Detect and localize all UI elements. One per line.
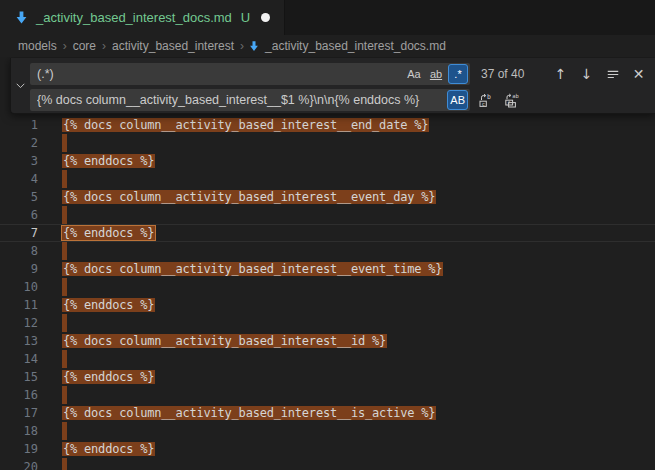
previous-match-button[interactable]: ↑ [550, 64, 571, 85]
line-number: 13 [0, 332, 38, 350]
match-case-button[interactable]: Aa [404, 64, 424, 84]
regex-button[interactable]: .* [448, 64, 468, 84]
line-content [62, 422, 67, 440]
next-match-button[interactable]: ↓ [576, 64, 597, 85]
code-line[interactable]: 13{% docs column__activity_based_interes… [0, 332, 655, 350]
line-number: 16 [0, 386, 38, 404]
svg-text:c: c [507, 100, 510, 105]
code-line[interactable]: 8 [0, 242, 655, 260]
code-line[interactable]: 16 [0, 386, 655, 404]
line-number: 20 [0, 458, 38, 470]
breadcrumb-separator: › [102, 39, 106, 53]
line-content: {% enddocs %} [62, 224, 155, 242]
breadcrumb: models › core › activity_based_interest … [0, 35, 655, 57]
svg-text:ab: ab [512, 93, 519, 99]
find-row: (.*) Aa ab .* 37 of 40 ↑ ↓ [30, 63, 649, 85]
breadcrumb-separator: › [240, 39, 244, 53]
editor-tab[interactable]: _activity_based_interest_docs.md U [0, 0, 285, 35]
code-line[interactable]: 6 [0, 206, 655, 224]
replace-row: {% docs column__activity_based_interest_… [30, 89, 649, 111]
close-find-button[interactable]: ✕ [628, 64, 649, 85]
replace-input[interactable]: {% docs column__activity_based_interest_… [30, 89, 470, 111]
tab-bar: _activity_based_interest_docs.md U [0, 0, 655, 35]
find-match-strip [62, 422, 67, 440]
find-match-strip [62, 170, 67, 188]
breadcrumb-item-models[interactable]: models [18, 39, 57, 53]
code-line[interactable]: 2 [0, 134, 655, 152]
find-match-strip [62, 386, 67, 404]
breadcrumb-item-core[interactable]: core [73, 39, 96, 53]
code-line[interactable]: 4 [0, 170, 655, 188]
find-match: {% docs column__activity_based_interest_… [62, 262, 443, 276]
find-input[interactable]: (.*) Aa ab .* [30, 63, 470, 85]
line-number: 12 [0, 314, 38, 332]
find-in-selection-button[interactable] [602, 64, 623, 85]
line-number: 11 [0, 296, 38, 314]
preserve-case-button[interactable]: AB [447, 90, 468, 110]
code-line[interactable]: 3{% enddocs %} [0, 152, 655, 170]
line-content: {% docs column__activity_based_interest_… [62, 188, 436, 206]
line-content: {% enddocs %} [62, 152, 155, 170]
line-number: 2 [0, 134, 38, 152]
replace-all-button[interactable]: ab c [501, 90, 522, 111]
line-content: {% docs column__activity_based_interest_… [62, 260, 443, 278]
line-content: {% enddocs %} [62, 368, 155, 386]
find-match: {% docs column__activity_based_interest_… [62, 118, 429, 132]
replace-all-icon: ab c [504, 92, 520, 108]
find-match: {% enddocs %} [62, 298, 155, 312]
line-number: 5 [0, 188, 38, 206]
code-line[interactable]: 1{% docs column__activity_based_interest… [0, 116, 655, 134]
markdown-file-icon [248, 40, 260, 52]
line-content [62, 314, 67, 332]
code-line[interactable]: 10 [0, 278, 655, 296]
line-content: {% docs column__activity_based_interest_… [62, 404, 436, 422]
svg-text:b: b [487, 93, 491, 101]
toggle-replace-button[interactable] [11, 58, 30, 113]
line-number: 19 [0, 440, 38, 458]
code-line[interactable]: 11{% enddocs %} [0, 296, 655, 314]
code-line[interactable]: 17{% docs column__activity_based_interes… [0, 404, 655, 422]
code-line[interactable]: 14 [0, 350, 655, 368]
code-line[interactable]: 19{% enddocs %} [0, 440, 655, 458]
whole-word-button[interactable]: ab [426, 64, 446, 84]
breadcrumb-item-file[interactable]: _activity_based_interest_docs.md [248, 39, 446, 53]
svg-text:c: c [481, 101, 484, 107]
find-nav-buttons: ↑ ↓ ✕ [545, 64, 649, 85]
find-widget: (.*) Aa ab .* 37 of 40 ↑ ↓ [10, 58, 655, 114]
line-content: {% enddocs %} [62, 440, 155, 458]
code-area[interactable]: 1{% docs column__activity_based_interest… [0, 116, 655, 470]
editor-pane[interactable]: (.*) Aa ab .* 37 of 40 ↑ ↓ [0, 57, 655, 470]
tab-title: _activity_based_interest_docs.md [36, 10, 232, 25]
find-match-strip [62, 458, 67, 470]
chevron-down-icon [15, 80, 26, 91]
find-match: {% docs column__activity_based_interest_… [62, 190, 436, 204]
line-content: {% docs column__activity_based_interest_… [62, 116, 429, 134]
line-number: 18 [0, 422, 38, 440]
code-line[interactable]: 9{% docs column__activity_based_interest… [0, 260, 655, 278]
replace-button[interactable]: b c [475, 90, 496, 111]
find-match: {% enddocs %} [62, 442, 155, 456]
code-line[interactable]: 12 [0, 314, 655, 332]
line-number: 15 [0, 368, 38, 386]
find-match: {% docs column__activity_based_interest_… [62, 334, 387, 348]
code-line[interactable]: 15{% enddocs %} [0, 368, 655, 386]
replace-text: {% docs column__activity_based_interest_… [37, 93, 445, 107]
modified-dot-icon[interactable] [261, 13, 270, 22]
selection-lines-icon [606, 67, 620, 81]
find-match-strip [62, 242, 67, 260]
breadcrumb-file-label: _activity_based_interest_docs.md [265, 39, 446, 53]
line-content [62, 206, 67, 224]
code-line[interactable]: 18 [0, 422, 655, 440]
line-content [62, 278, 67, 296]
breadcrumb-separator: › [63, 39, 67, 53]
line-number: 6 [0, 206, 38, 224]
vscode-window: _activity_based_interest_docs.md U model… [0, 0, 655, 470]
code-line[interactable]: 20 [0, 458, 655, 470]
breadcrumb-item-folder[interactable]: activity_based_interest [112, 39, 234, 53]
line-content [62, 134, 67, 152]
line-content [62, 170, 67, 188]
find-match-strip [62, 206, 67, 224]
code-line[interactable]: 5{% docs column__activity_based_interest… [0, 188, 655, 206]
line-number: 1 [0, 116, 38, 134]
code-line[interactable]: 7{% enddocs %} [0, 224, 655, 242]
